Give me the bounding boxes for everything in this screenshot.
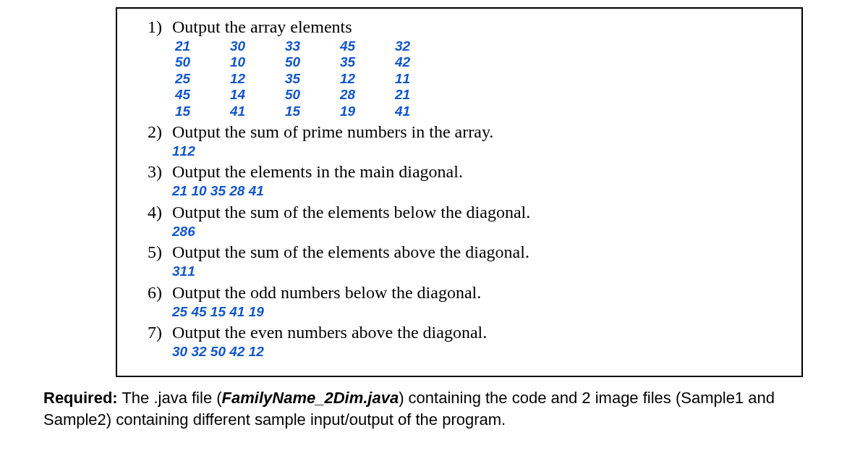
matrix-cell: 19 xyxy=(337,104,392,119)
item-prompt: 3)Output the elements in the main diagon… xyxy=(139,162,780,182)
matrix-cell: 21 xyxy=(392,87,447,103)
matrix-cell: 32 xyxy=(392,38,447,54)
item-prompt: 6)Output the odd numbers below the diago… xyxy=(139,283,780,303)
item-text: Output the odd numbers below the diagona… xyxy=(172,283,481,303)
matrix-cell: 15 xyxy=(282,104,337,119)
matrix-cell: 33 xyxy=(282,38,337,54)
item-number: 5) xyxy=(139,242,172,262)
matrix-cell: 12 xyxy=(227,71,282,87)
matrix-row: 2512351211 xyxy=(172,71,780,87)
item-output: 21 10 35 28 41 xyxy=(172,183,780,199)
item-number: 6) xyxy=(139,283,172,303)
matrix-cell: 50 xyxy=(172,54,227,70)
item-text: Output the sum of the elements below the… xyxy=(172,203,530,222)
matrix-cell: 42 xyxy=(392,54,447,70)
footer-part1: The .java file ( xyxy=(118,389,222,407)
item-output: 112 xyxy=(172,143,780,159)
item-prompt: 2)Output the sum of prime numbers in the… xyxy=(139,122,780,142)
matrix-cell: 41 xyxy=(392,104,447,119)
item-text: Output the sum of the elements above the… xyxy=(172,242,529,262)
items-container: 1)Output the array elements2130334532501… xyxy=(139,17,780,360)
required-label: Required: xyxy=(43,389,118,407)
item-number: 3) xyxy=(139,162,172,182)
matrix-cell: 15 xyxy=(172,104,227,119)
item-output: 2130334532501050354225123512114514502821… xyxy=(172,38,780,119)
item-output: 311 xyxy=(172,263,780,279)
item-number: 7) xyxy=(139,323,172,342)
matrix-cell: 12 xyxy=(337,71,392,87)
requirements-text: Required: The .java file (FamilyName_2Di… xyxy=(43,387,825,430)
exercise-box: 1)Output the array elements2130334532501… xyxy=(116,7,803,377)
matrix-cell: 35 xyxy=(282,71,337,87)
item-output: 30 32 50 42 12 xyxy=(172,344,780,360)
item-number: 4) xyxy=(139,203,172,222)
matrix-cell: 30 xyxy=(227,38,282,54)
matrix-cell: 50 xyxy=(282,87,337,103)
item-output: 25 45 15 41 19 xyxy=(172,304,780,320)
item-text: Output the even numbers above the diagon… xyxy=(172,323,487,342)
matrix-cell: 45 xyxy=(172,87,227,103)
item-number: 1) xyxy=(139,17,172,37)
matrix-row: 1541151941 xyxy=(172,104,780,119)
matrix-cell: 11 xyxy=(392,71,447,87)
matrix-row: 4514502821 xyxy=(172,87,780,103)
matrix-cell: 45 xyxy=(337,38,392,54)
footer-filename: FamilyName_2Dim.java xyxy=(222,389,399,407)
matrix-cell: 50 xyxy=(282,54,337,70)
item-number: 2) xyxy=(139,122,172,142)
matrix-cell: 25 xyxy=(172,71,227,87)
item-text: Output the elements in the main diagonal… xyxy=(172,162,463,182)
item-prompt: 7)Output the even numbers above the diag… xyxy=(139,323,780,342)
item-output: 286 xyxy=(172,224,780,240)
matrix-row: 5010503542 xyxy=(172,54,780,70)
matrix-cell: 21 xyxy=(172,38,227,54)
item-prompt: 1)Output the array elements xyxy=(139,17,780,37)
item-text: Output the array elements xyxy=(172,17,352,37)
matrix-cell: 10 xyxy=(227,54,282,70)
item-prompt: 4)Output the sum of the elements below t… xyxy=(139,203,780,222)
matrix-cell: 28 xyxy=(337,87,392,103)
item-text: Output the sum of prime numbers in the a… xyxy=(172,122,493,142)
matrix-cell: 14 xyxy=(227,87,282,103)
matrix-row: 2130334532 xyxy=(172,38,780,54)
matrix-cell: 35 xyxy=(337,54,392,70)
item-prompt: 5)Output the sum of the elements above t… xyxy=(139,242,780,262)
matrix-cell: 41 xyxy=(227,104,282,119)
